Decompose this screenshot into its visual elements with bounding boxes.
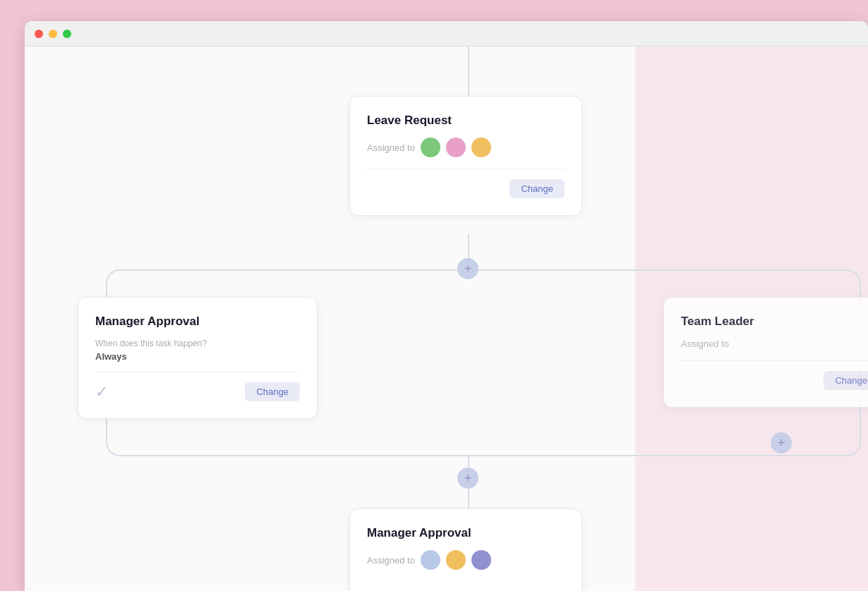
divider-1 bbox=[367, 169, 565, 169]
team-leader-title: Team Leader bbox=[681, 315, 868, 329]
team-leader-card: Team Leader Assigned to Change bbox=[663, 297, 868, 408]
leave-request-title: Leave Request bbox=[367, 114, 565, 128]
titlebar bbox=[25, 21, 868, 47]
avatar-pink bbox=[446, 138, 466, 157]
maximize-dot[interactable] bbox=[63, 30, 71, 38]
team-leader-assigned-row: Assigned to bbox=[681, 339, 868, 349]
top-connector-line bbox=[468, 47, 469, 96]
close-dot[interactable] bbox=[35, 30, 43, 38]
leave-request-assigned-label: Assigned to bbox=[367, 142, 415, 153]
team-leader-assigned-label: Assigned to bbox=[681, 339, 729, 349]
canvas-area: Leave Request Assigned to Change Manager… bbox=[25, 47, 868, 591]
leave-request-footer: Change bbox=[367, 179, 565, 198]
manager-approval-answer: Always bbox=[95, 351, 300, 362]
divider-2 bbox=[95, 372, 300, 372]
minimize-dot[interactable] bbox=[49, 30, 57, 38]
manager-approval-bottom-assigned-row: Assigned to bbox=[367, 550, 565, 570]
leave-request-card: Leave Request Assigned to Change bbox=[349, 96, 582, 216]
manager-approval-bottom-assigned-label: Assigned to bbox=[367, 555, 415, 566]
manager-approval-question: When does this task happen? bbox=[95, 339, 300, 348]
avatar-purple bbox=[471, 550, 491, 570]
manager-approval-top-card: Manager Approval When does this task hap… bbox=[78, 297, 318, 419]
avatar-blue-gray bbox=[421, 550, 440, 570]
avatar-yellow-2 bbox=[446, 550, 466, 570]
avatar-green bbox=[421, 138, 440, 157]
browser-window: Leave Request Assigned to Change Manager… bbox=[25, 21, 868, 591]
team-leader-change-btn[interactable]: Change bbox=[824, 371, 868, 390]
plus-circle-right[interactable] bbox=[771, 432, 792, 453]
manager-approval-bottom-card: Manager Approval Assigned to bbox=[349, 508, 582, 591]
plus-circle-bottom[interactable] bbox=[457, 468, 478, 489]
plus-circle-top[interactable] bbox=[457, 258, 478, 279]
manager-approval-bottom-title: Manager Approval bbox=[367, 526, 565, 540]
divider-3 bbox=[681, 360, 868, 361]
leave-request-change-btn[interactable]: Change bbox=[510, 179, 565, 198]
leave-request-assigned-row: Assigned to bbox=[367, 138, 565, 157]
manager-approval-top-change-btn[interactable]: Change bbox=[245, 382, 300, 401]
manager-approval-top-title: Manager Approval bbox=[95, 315, 300, 329]
avatar-yellow bbox=[471, 138, 491, 157]
checkmark-icon: ✓ bbox=[95, 383, 108, 401]
team-leader-footer: Change bbox=[681, 371, 868, 390]
